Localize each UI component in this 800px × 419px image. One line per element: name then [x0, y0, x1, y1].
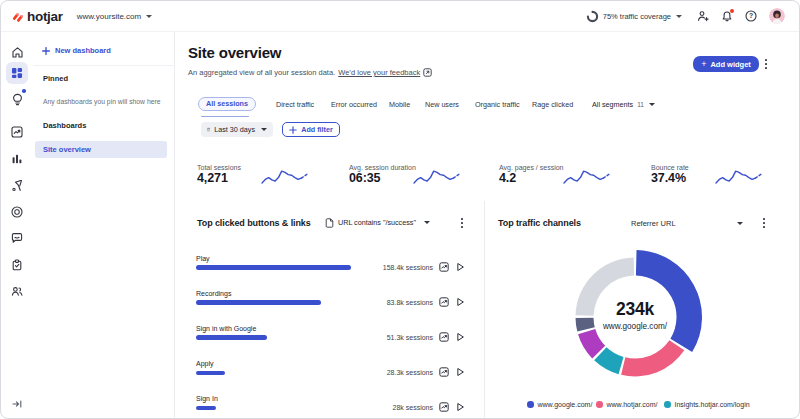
- metric-avg-session-duration: Avg. session duration 06:35: [349, 163, 499, 217]
- traffic-coverage-label: 75% traffic coverage: [603, 12, 671, 21]
- nav-metrics[interactable]: [6, 148, 28, 170]
- funnel-icon: [11, 180, 23, 192]
- active-segment-label: All sessions: [206, 99, 248, 108]
- segment-chip-rage-clicked[interactable]: Rage clicked: [532, 100, 573, 109]
- metric-label: Bounce rate: [651, 164, 689, 171]
- segment-chip-all-sessions[interactable]: All sessions: [198, 97, 256, 111]
- metric-value: 4,271: [197, 171, 228, 185]
- lightbulb-icon: [11, 93, 24, 106]
- bar-value: 51.3k sessions: [343, 334, 433, 341]
- add-filter-button[interactable]: Add filter: [282, 122, 340, 137]
- invite-user-button[interactable]: [697, 10, 709, 22]
- nav-surveys[interactable]: [6, 254, 28, 276]
- person-plus-icon: [697, 10, 709, 22]
- donut-top-channel: www.google.com/: [560, 322, 710, 331]
- donut-chart: 234k www.google.com/: [560, 242, 710, 392]
- segment-chip-error-occurred[interactable]: Error occurred: [331, 100, 377, 109]
- nav-feedback[interactable]: [6, 227, 28, 249]
- legend-item: Insights.hotjar.com/login: [664, 401, 750, 408]
- view-trend-button[interactable]: [439, 367, 449, 377]
- avatar[interactable]: [769, 8, 785, 24]
- collapse-sidebar-button[interactable]: [8, 395, 26, 413]
- cards-divider: [484, 201, 485, 418]
- legend-dot: [596, 401, 603, 408]
- trend-icon: [439, 297, 449, 307]
- hotjar-flame-icon: [12, 10, 24, 22]
- new-dashboard-button[interactable]: New dashboard: [42, 46, 111, 55]
- chevron-down-icon: [261, 128, 267, 131]
- help-button[interactable]: ?: [745, 10, 757, 22]
- new-dashboard-label: New dashboard: [55, 46, 111, 55]
- chevron-down-icon: [649, 103, 655, 106]
- recordings-icon: [11, 206, 23, 218]
- page-menu-button[interactable]: [761, 57, 771, 71]
- add-widget-label: Add widget: [710, 60, 750, 69]
- app-window: hotjar www.yoursite.com 75% traffic cove…: [0, 0, 800, 419]
- bar-value: 83.8k sessions: [343, 299, 433, 306]
- nav-dashboards[interactable]: [6, 62, 28, 84]
- segment-chip-mobile[interactable]: Mobile: [389, 100, 410, 109]
- legend-label: Insights.hotjar.com/login: [675, 401, 750, 408]
- play-icon: [455, 297, 465, 307]
- all-segments-count: 11: [637, 101, 644, 108]
- right-card-menu-button[interactable]: [759, 216, 769, 230]
- segment-chip-organic-traffic[interactable]: Organic traffic: [475, 100, 520, 109]
- segment-chip-new-users[interactable]: New users: [425, 100, 459, 109]
- subtitle-text: An aggregated view of all your session d…: [188, 68, 335, 77]
- metric-label: Avg. pages / session: [499, 164, 563, 171]
- date-range-chip[interactable]: Last 30 days: [201, 122, 273, 137]
- chevron-down-icon: [146, 15, 152, 18]
- legend-item: www.google.com/: [527, 401, 592, 408]
- add-filter-label: Add filter: [301, 125, 333, 134]
- all-segments-dropdown[interactable]: All segments 11: [592, 100, 655, 109]
- sidebar-item-site-overview[interactable]: Site overview: [35, 141, 167, 158]
- play-recording-button[interactable]: [455, 402, 465, 412]
- trend-icon: [439, 367, 449, 377]
- segment-chip-direct-traffic[interactable]: Direct traffic: [276, 100, 314, 109]
- survey-clipboard-icon: [11, 259, 23, 271]
- right-card-title: Top traffic channels: [498, 218, 581, 228]
- referrer-dropdown[interactable]: Referrer URL: [631, 217, 743, 229]
- bar-label: Apply: [196, 360, 214, 367]
- play-recording-button[interactable]: [455, 297, 465, 307]
- avatar-image: [769, 8, 785, 24]
- url-filter-dropdown[interactable]: URL contains "/success": [325, 216, 430, 229]
- app-body: New dashboard Pinned Any dashboards you …: [1, 32, 799, 418]
- notifications-button[interactable]: [721, 10, 733, 22]
- view-trend-button[interactable]: [439, 262, 449, 272]
- play-icon: [455, 402, 465, 412]
- brand-wordmark: hotjar: [27, 9, 63, 24]
- feedback-link[interactable]: We’d love your feedback: [338, 68, 420, 77]
- left-card-menu-button[interactable]: [457, 216, 467, 230]
- play-recording-button[interactable]: [455, 367, 465, 377]
- legend-dot: [527, 401, 534, 408]
- legend-dot: [664, 401, 671, 408]
- bar: [196, 371, 225, 376]
- view-trend-button[interactable]: [439, 332, 449, 342]
- legend-label: www.hotjar.com/: [607, 401, 658, 408]
- bar: [196, 335, 267, 340]
- date-range-value: Last 30 days: [214, 125, 255, 134]
- nav-interviews[interactable]: [6, 280, 28, 302]
- document-icon: [325, 218, 334, 228]
- traffic-coverage-menu[interactable]: 75% traffic coverage: [586, 10, 682, 23]
- nav-home[interactable]: [6, 41, 28, 63]
- play-recording-button[interactable]: [455, 262, 465, 272]
- site-selector[interactable]: www.yoursite.com: [77, 12, 152, 21]
- nav-ideas[interactable]: [6, 88, 28, 110]
- active-segment-indicator: [201, 116, 249, 118]
- view-trend-button[interactable]: [439, 297, 449, 307]
- nav-funnels[interactable]: [6, 175, 28, 197]
- add-widget-button[interactable]: + Add widget: [693, 56, 759, 72]
- sparkline-chart: [413, 168, 461, 186]
- hotjar-logo[interactable]: hotjar: [12, 9, 63, 24]
- metric-label: Total sessions: [197, 164, 241, 171]
- top-bar: hotjar www.yoursite.com 75% traffic cove…: [1, 1, 799, 32]
- donut-slice: [621, 340, 684, 376]
- svg-text:?: ?: [749, 12, 753, 19]
- play-recording-button[interactable]: [455, 332, 465, 342]
- view-trend-button[interactable]: [439, 402, 449, 412]
- nav-recordings[interactable]: [6, 201, 28, 223]
- nav-trends[interactable]: [6, 121, 28, 143]
- url-filter-value: URL contains "/success": [338, 218, 416, 227]
